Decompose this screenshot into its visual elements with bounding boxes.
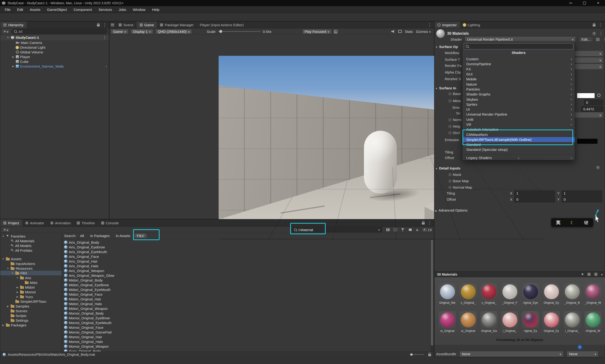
emission-color-swatch[interactable] bbox=[577, 139, 598, 144]
material-preview[interactable]: Original_We bbox=[437, 283, 458, 305]
foldout-icon[interactable] bbox=[435, 208, 437, 212]
menu-scroll-indicator[interactable]: ∧ bbox=[463, 157, 575, 160]
shader-menu-item[interactable]: Shader Graphs › bbox=[463, 92, 575, 97]
preview-layers-icon[interactable] bbox=[588, 273, 591, 276]
asset-row[interactable]: Aris_Original_Face bbox=[62, 254, 430, 259]
scrollbar[interactable] bbox=[430, 239, 434, 351]
menu-item[interactable]: Assets bbox=[26, 6, 44, 13]
metallic-field[interactable]: 0 bbox=[584, 100, 603, 105]
asset-row[interactable]: Midori_Original_Hair bbox=[62, 297, 430, 301]
asset-row[interactable]: Momoi_Original_GamePad bbox=[62, 330, 430, 335]
asset-row[interactable]: Momoi_Original_EyeMouth bbox=[62, 320, 430, 325]
thumbnail-size-slider[interactable] bbox=[410, 354, 424, 355]
preview-palette-icon[interactable] bbox=[594, 273, 597, 276]
search-scope-button[interactable]: In Packages bbox=[90, 234, 110, 238]
asset-row[interactable]: Momoi_Original_Weapon bbox=[62, 344, 430, 349]
panel-menu-icon[interactable] bbox=[103, 23, 107, 27]
hierarchy-item[interactable]: ▶ Player bbox=[0, 54, 109, 59]
lock-icon[interactable] bbox=[428, 354, 431, 356]
help-icon[interactable] bbox=[592, 32, 596, 36]
asset-row[interactable]: Midori_Original_Halo bbox=[62, 301, 430, 306]
panel-menu-icon[interactable] bbox=[427, 23, 432, 27]
edit-shader-button[interactable]: Edit... bbox=[579, 36, 593, 42]
fullscreen-grid-icon[interactable] bbox=[334, 30, 337, 33]
search-scope-button[interactable]: All bbox=[80, 234, 84, 238]
minimize-button[interactable] bbox=[564, 0, 578, 6]
hierarchy-item[interactable]: Directional Light bbox=[0, 45, 109, 50]
maximize-button[interactable] bbox=[578, 0, 591, 6]
offset-y-field[interactable]: 0 bbox=[562, 197, 602, 202]
lock-icon[interactable] bbox=[422, 222, 425, 224]
filter-type-icon[interactable] bbox=[401, 228, 404, 231]
scale-slider-thumb[interactable] bbox=[219, 30, 222, 33]
smoothness-field[interactable]: 0.4472 bbox=[581, 106, 603, 112]
hierarchy-item[interactable]: Global Volume bbox=[0, 50, 109, 54]
shader-menu-item[interactable]: Unlit › bbox=[463, 117, 575, 122]
texture-slot-icon[interactable] bbox=[449, 118, 451, 121]
create-object-button[interactable] bbox=[2, 29, 10, 34]
tiling-y-field[interactable]: 1 bbox=[562, 191, 602, 196]
mute-audio-icon[interactable] bbox=[391, 30, 395, 33]
tab-hierarchy[interactable]: Hierarchy bbox=[0, 22, 26, 28]
tiling-x-field[interactable]: 1 bbox=[514, 191, 555, 196]
material-preview[interactable]: Original_Ey bbox=[541, 311, 562, 333]
clear-search-icon[interactable] bbox=[378, 228, 380, 232]
shader-menu-item[interactable]: VR › bbox=[463, 122, 575, 127]
folder-tree-row[interactable]: ▶ Yuzu bbox=[0, 294, 62, 299]
tab-lighting[interactable]: Lighting bbox=[460, 22, 483, 28]
shader-menu-item[interactable]: UI › bbox=[463, 107, 575, 112]
panel-menu-icon[interactable] bbox=[598, 23, 602, 27]
hierarchy-search-input[interactable]: All bbox=[12, 29, 107, 34]
folder-tree-row[interactable]: Scenes bbox=[0, 309, 62, 313]
material-preview[interactable]: oi_Original bbox=[437, 311, 458, 333]
foldout-icon[interactable] bbox=[435, 166, 438, 170]
stats-button[interactable]: Stats bbox=[405, 29, 413, 34]
asset-row[interactable]: Momoi_Original_Halo bbox=[62, 339, 430, 344]
material-preview[interactable]: _Original_B bbox=[562, 283, 582, 305]
menu-item[interactable]: File bbox=[1, 6, 14, 13]
folder-tree-row[interactable]: ▼ Aris bbox=[0, 275, 62, 280]
folder-tree-row[interactable]: ▶ Midori bbox=[0, 285, 62, 289]
hidden-count-toggle[interactable]: 19 bbox=[423, 228, 432, 232]
material-preview[interactable]: Original_W bbox=[582, 311, 603, 333]
hierarchy-item[interactable]: ▶ Environment_Narrow_Walls › bbox=[0, 64, 109, 68]
scrollbar-thumb[interactable] bbox=[431, 240, 433, 346]
menu-item[interactable]: Edit bbox=[14, 6, 26, 13]
play-focused-dropdown[interactable]: Play Focused bbox=[302, 29, 332, 34]
color-picker-icon[interactable] bbox=[597, 94, 601, 97]
folder-tree-row[interactable]: All Prefabs bbox=[0, 248, 62, 253]
menu-item[interactable]: Component bbox=[70, 6, 95, 13]
texture-slot-icon[interactable] bbox=[449, 180, 451, 182]
texture-slot-icon[interactable] bbox=[449, 100, 451, 102]
tab-animator[interactable]: Animator bbox=[22, 219, 47, 226]
folder-tree-row[interactable]: All Materials bbox=[0, 238, 62, 243]
hamburger-icon[interactable] bbox=[111, 24, 114, 26]
header-menu-icon[interactable] bbox=[599, 31, 603, 36]
scene-menu-icon[interactable] bbox=[103, 35, 109, 40]
material-preview[interactable]: oi_Original bbox=[458, 311, 478, 333]
vsync-icon[interactable] bbox=[398, 30, 402, 33]
ime-language-mode[interactable]: 英 bbox=[556, 220, 561, 226]
material-preview[interactable]: riginal_Ey bbox=[520, 311, 541, 333]
asset-row[interactable]: Aris_Original_Weapon_Glow bbox=[62, 273, 430, 278]
menu-item[interactable]: GameObject bbox=[44, 6, 70, 13]
shader-menu-item[interactable]: Standard (Specular setup) bbox=[463, 147, 575, 152]
folder-tree-row[interactable]: ▼ Resources bbox=[0, 266, 62, 271]
tab-game[interactable]: Game bbox=[137, 22, 157, 28]
tab-package-manager[interactable]: Package Manager bbox=[157, 22, 197, 28]
folder-tree-row[interactable]: ▼ Favorites bbox=[0, 234, 62, 238]
folder-tree-row[interactable]: ▼ FBX bbox=[0, 271, 62, 275]
scene-header-row[interactable]: ▼ StudyCase1-1 bbox=[0, 35, 109, 40]
folder-tree-row[interactable]: Scripts bbox=[0, 313, 62, 318]
texture-slot-icon[interactable] bbox=[449, 186, 451, 189]
asset-row[interactable]: Momoi_Original_EyeBrow bbox=[62, 315, 430, 320]
folder-tree-row[interactable]: All Models bbox=[0, 243, 62, 248]
asset-row[interactable]: Aris_Original_Body bbox=[62, 240, 430, 245]
filter-label-icon[interactable] bbox=[408, 229, 412, 231]
asset-row[interactable]: Midori_Original_EyeBrow bbox=[62, 283, 430, 287]
open-in-new-icon[interactable] bbox=[394, 228, 397, 231]
foldout-icon[interactable] bbox=[435, 45, 438, 49]
folder-tree-row[interactable]: Settings bbox=[0, 318, 62, 323]
asset-row[interactable]: Midori_Original_Weapon bbox=[62, 306, 430, 311]
texture-slot-icon[interactable] bbox=[449, 173, 451, 176]
